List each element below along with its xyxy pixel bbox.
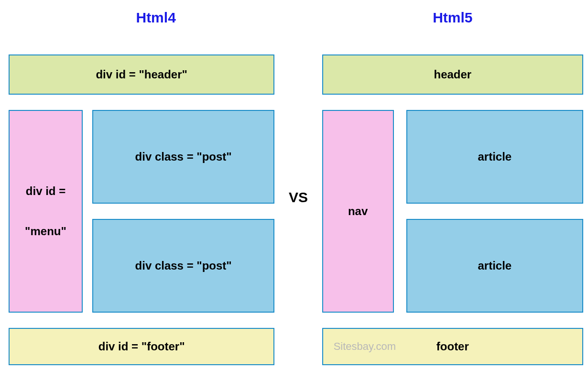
html5-body-row: nav article article [322,110,583,313]
html4-post1-label: div class = "post" [135,150,232,163]
html4-post-box-1: div class = "post" [92,110,274,204]
html4-header-label: div id = "header" [96,68,187,81]
html5-nav-box: nav [322,110,394,313]
html4-footer-label: div id = "footer" [98,340,185,353]
html4-menu-label-line2: "menu" [25,223,66,239]
html5-header-label: header [434,68,471,81]
html5-footer-label: footer [436,340,469,353]
html5-footer-box: Sitesbay.com footer [322,328,583,365]
html4-title: Html4 [37,10,274,26]
html4-panel: Html4 div id = "header" div id = "menu" … [9,5,274,375]
html4-footer-box: div id = "footer" [9,328,274,365]
html4-menu-label-line1: div id = [26,183,65,199]
html5-panel: Html5 header nav article article Sitesba… [322,5,583,375]
vs-column: VS [274,5,322,375]
diagram-container: Html4 div id = "header" div id = "menu" … [0,0,588,380]
html4-posts-column: div class = "post" div class = "post" [92,110,274,313]
html5-article1-label: article [478,150,512,163]
html4-post-box-2: div class = "post" [92,219,274,313]
vs-label: VS [289,189,308,206]
html4-header-box: div id = "header" [9,54,274,95]
html4-body-row: div id = "menu" div class = "post" div c… [9,110,274,313]
html5-nav-label: nav [348,203,368,219]
watermark-text: Sitesbay.com [334,340,396,353]
html4-post2-label: div class = "post" [135,259,232,272]
html4-menu-box: div id = "menu" [9,110,83,313]
html5-header-box: header [322,54,583,95]
html5-article2-label: article [478,259,512,272]
html5-article-box-1: article [406,110,583,204]
html5-articles-column: article article [406,110,583,313]
html5-title: Html5 [322,10,583,26]
html5-article-box-2: article [406,219,583,313]
